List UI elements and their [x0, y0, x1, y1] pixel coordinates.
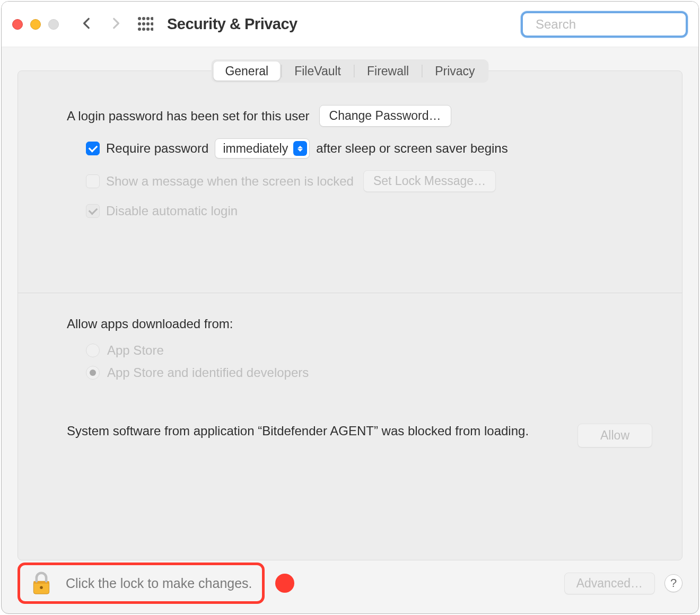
back-button[interactable]	[80, 16, 94, 32]
change-password-button[interactable]: Change Password…	[319, 105, 451, 127]
chevron-left-icon	[80, 16, 94, 30]
tab-separator	[422, 65, 422, 77]
allow-apps-heading: Allow apps downloaded from:	[67, 317, 652, 331]
search-field[interactable]	[521, 11, 688, 38]
annotation-dot	[275, 574, 294, 593]
tab-separator	[281, 65, 282, 77]
allow-apps-option-identified: App Store and identified developers	[86, 365, 652, 380]
zoom-window-button	[48, 19, 59, 30]
grid-icon	[137, 16, 153, 32]
svg-point-10	[146, 28, 150, 31]
svg-point-0	[138, 17, 141, 20]
show-all-button[interactable]	[137, 16, 153, 32]
tab-bar: General FileVault Firewall Privacy	[211, 59, 488, 83]
page-title: Security & Privacy	[167, 15, 298, 33]
tab-firewall[interactable]: Firewall	[355, 62, 421, 81]
require-password-delay-select[interactable]: immediately	[215, 138, 310, 159]
radio-identified-developers	[86, 366, 100, 380]
require-password-suffix: after sleep or screen saver begins	[316, 141, 508, 156]
show-message-row: Show a message when the screen is locked…	[86, 170, 652, 192]
advanced-button: Advanced…	[564, 573, 655, 594]
allow-apps-option-appstore: App Store	[86, 343, 652, 358]
disable-auto-login-row: Disable automatic login	[86, 204, 652, 218]
svg-point-6	[146, 22, 150, 25]
login-password-row: A login password has been set for this u…	[67, 105, 652, 127]
svg-point-1	[142, 17, 145, 20]
updown-chevron-icon	[293, 141, 307, 156]
disable-auto-login-label: Disable automatic login	[106, 204, 238, 218]
tab-general[interactable]: General	[213, 62, 280, 81]
radio-appstore	[86, 344, 100, 357]
chevron-right-icon	[109, 16, 122, 30]
require-password-row: Require password immediately after sleep…	[86, 138, 652, 159]
svg-point-2	[146, 17, 150, 20]
help-button[interactable]: ?	[664, 574, 682, 592]
radio-appstore-label: App Store	[107, 343, 164, 358]
search-input[interactable]	[536, 17, 694, 32]
forward-button	[109, 16, 122, 32]
login-password-label: A login password has been set for this u…	[67, 109, 310, 124]
preferences-panel: General FileVault Firewall Privacy A log…	[18, 71, 682, 560]
close-window-button[interactable]	[12, 19, 23, 30]
disable-auto-login-checkbox	[86, 204, 100, 218]
allow-button: Allow	[578, 424, 652, 447]
lock-icon[interactable]	[30, 572, 53, 595]
svg-point-5	[142, 22, 145, 25]
svg-point-3	[151, 17, 153, 20]
svg-point-16	[40, 586, 43, 590]
system-preferences-window: Security & Privacy General FileVault Fir…	[1, 1, 699, 614]
radio-identified-developers-label: App Store and identified developers	[107, 365, 309, 380]
blocked-software-row: System software from application “Bitdef…	[67, 423, 652, 447]
require-password-prefix: Require password	[106, 141, 208, 156]
lock-text: Click the lock to make changes.	[66, 576, 252, 591]
require-password-checkbox[interactable]	[86, 142, 100, 155]
tab-filevault[interactable]: FileVault	[283, 62, 353, 81]
minimize-window-button[interactable]	[30, 19, 41, 30]
footer: Click the lock to make changes. Advanced…	[2, 563, 698, 604]
tab-privacy[interactable]: Privacy	[423, 62, 486, 81]
svg-point-4	[138, 22, 141, 25]
svg-point-8	[138, 28, 141, 31]
nav-buttons	[80, 16, 122, 32]
show-message-label: Show a message when the screen is locked	[106, 174, 354, 189]
blocked-software-text: System software from application “Bitdef…	[67, 423, 562, 440]
lock-group-highlight: Click the lock to make changes.	[18, 563, 265, 604]
titlebar: Security & Privacy	[2, 2, 698, 47]
set-lock-message-button: Set Lock Message…	[363, 170, 496, 192]
tab-separator	[354, 65, 354, 77]
svg-point-11	[151, 28, 153, 31]
divider	[18, 293, 682, 293]
svg-point-7	[151, 22, 153, 25]
svg-point-9	[142, 28, 145, 31]
window-controls	[12, 19, 59, 30]
require-password-delay-value: immediately	[223, 142, 288, 156]
show-message-checkbox	[86, 174, 100, 188]
general-pane: A login password has been set for this u…	[18, 71, 682, 447]
footer-right: Advanced… ?	[564, 573, 682, 594]
